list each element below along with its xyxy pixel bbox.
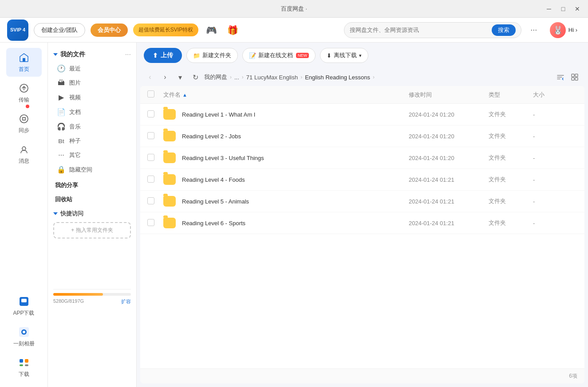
album-icon (18, 326, 30, 338)
nav-refresh-button[interactable]: ↻ (189, 71, 201, 83)
file-type-6: 文件夹 (489, 219, 533, 227)
my-share-link[interactable]: 我的分享 (48, 177, 136, 191)
row-checkbox-6[interactable] (147, 219, 154, 226)
breadcrumb-parent1[interactable]: 71 LucyMax English (246, 74, 298, 81)
documents-icon: 📄 (57, 108, 66, 116)
table-row[interactable]: Reading Level 5 - Animals 2024-01-24 01:… (140, 191, 584, 212)
folder-icon-3 (163, 152, 176, 163)
create-team-button[interactable]: 创建企业/团队 (34, 23, 85, 37)
sidebar-pictures[interactable]: 🏔 图片 (48, 76, 136, 90)
header-name[interactable]: 文件名 ▲ (163, 91, 409, 99)
message-icon (18, 143, 30, 156)
sidebar-transfer-label: 传输 (19, 96, 29, 104)
file-name-5: Reading Level 5 - Animals (182, 198, 409, 205)
vip-center-button[interactable]: 会员中心 (91, 23, 128, 37)
restore-button[interactable]: □ (558, 4, 568, 14)
select-all-checkbox[interactable] (147, 90, 154, 98)
sidebar-tools-label: 下载 (19, 371, 29, 378)
nav-forward-button[interactable]: › (159, 71, 171, 83)
game-icon[interactable]: 🎮 (204, 22, 220, 38)
gift-icon[interactable]: 🎁 (225, 22, 241, 38)
breadcrumb-my-disk[interactable]: 我的网盘 (204, 73, 227, 81)
sidebar-item-home[interactable]: 首页 (6, 48, 42, 77)
sidebar-recent[interactable]: 🕐 最近 (48, 61, 136, 76)
sidebar-item-app-download[interactable]: APP下载 (6, 292, 42, 321)
sidebar-hidden-space[interactable]: 🔒 隐藏空间 (48, 162, 136, 177)
table-row[interactable]: Reading Level 4 - Foods 2024-01-24 01:21… (140, 169, 584, 191)
row-checkbox-4[interactable] (147, 176, 154, 183)
nav-back-button[interactable]: ‹ (144, 71, 156, 83)
file-size-2: - (533, 133, 577, 140)
file-type-4: 文件夹 (489, 176, 533, 184)
offline-icon: ⬇ (327, 52, 331, 59)
offline-arrow-icon: ▾ (359, 53, 362, 59)
svip-button[interactable]: 超值续费延长SVIP特权 (133, 23, 198, 36)
sync-icon (18, 113, 30, 125)
row-checkbox-2[interactable] (147, 132, 154, 139)
nav-dropdown-button[interactable]: ▾ (174, 71, 186, 83)
minimize-button[interactable]: ─ (544, 4, 554, 14)
sidebar-torrent[interactable]: Bt 种子 (48, 134, 136, 148)
new-doc-label: 新建在线文档 (258, 51, 293, 59)
main-window: SVIP 4 创建企业/团队 会员中心 超值续费延长SVIP特权 🎮 🎁 搜索 … (0, 18, 588, 387)
svg-rect-10 (25, 359, 28, 363)
svg-point-8 (23, 331, 25, 333)
grid-view-button[interactable] (568, 71, 581, 83)
table-row[interactable]: Reading Level 3 - Useful Things 2024-01-… (140, 147, 584, 169)
sidebar-music[interactable]: 🎧 音乐 (48, 119, 136, 134)
sort-view-button[interactable] (554, 71, 567, 83)
quick-add-button[interactable]: + 拖入常用文件夹 (53, 222, 131, 238)
trash-link[interactable]: 回收站 (48, 191, 136, 205)
breadcrumb-ellipsis[interactable]: ... (234, 74, 239, 81)
file-type-1: 文件夹 (489, 110, 533, 118)
title-bar-controls: ─ □ ✕ (544, 4, 583, 14)
sidebar-item-album[interactable]: 一刻相册 (6, 322, 42, 351)
my-files-more[interactable]: ··· (125, 51, 131, 59)
table-row[interactable]: Reading Level 6 - Sports 2024-01-24 01:2… (140, 212, 584, 234)
recent-icon: 🕐 (57, 64, 66, 73)
recent-label: 最近 (69, 65, 81, 73)
my-files-header[interactable]: 我的文件 ··· (48, 48, 136, 61)
breadcrumb-sep2: › (242, 74, 244, 80)
sidebar-item-tools[interactable]: 下载 (6, 353, 42, 382)
breadcrumb-current[interactable]: English Reading Lessons (305, 74, 370, 81)
torrent-icon: Bt (57, 138, 66, 145)
sidebar-other[interactable]: ··· 其它 (48, 148, 136, 162)
svg-rect-15 (572, 78, 574, 80)
header: SVIP 4 创建企业/团队 会员中心 超值续费延长SVIP特权 🎮 🎁 搜索 … (0, 18, 588, 43)
sidebar-item-transfer[interactable]: 传输 (6, 78, 42, 107)
file-size-5: - (533, 198, 577, 205)
offline-download-button[interactable]: ⬇ 离线下载 ▾ (320, 48, 368, 63)
folder-icon-4 (163, 174, 176, 185)
new-folder-button[interactable]: 📁 新建文件夹 (186, 48, 238, 63)
close-button[interactable]: ✕ (572, 4, 583, 14)
body-layout: 首页 传输 同步 (0, 43, 588, 387)
app-download-icon (18, 295, 30, 308)
hidden-icon: 🔒 (57, 165, 66, 174)
toolbar: ⬆ 上传 📁 新建文件夹 📝 新建在线文档 NEW ⬇ 离线下载 ▾ (137, 43, 588, 68)
avatar-area[interactable]: 🐰 Hi › (546, 20, 581, 40)
table-row[interactable]: Reading Level 2 - Jobs 2024-01-24 01:20 … (140, 125, 584, 147)
more-button[interactable]: ··· (527, 23, 541, 37)
folder-icon-1 (163, 109, 176, 120)
file-name-col-2: Reading Level 2 - Jobs (163, 131, 409, 141)
sidebar-video[interactable]: ▶ 视频 (48, 90, 136, 105)
file-list-footer: 6项 (140, 368, 584, 383)
upload-button[interactable]: ⬆ 上传 (144, 48, 182, 63)
row-checkbox-3[interactable] (147, 154, 154, 161)
table-row[interactable]: Reading Level 1 - What Am I 2024-01-24 0… (140, 104, 584, 125)
sidebar-item-message[interactable]: 消息 (6, 140, 42, 168)
sidebar-documents[interactable]: 📄 文档 (48, 105, 136, 119)
row-check-3 (147, 154, 163, 162)
expand-storage-button[interactable]: 扩容 (121, 298, 131, 305)
sidebar-item-sync[interactable]: 同步 (6, 109, 42, 138)
storage-usage: 5280G/8197G (53, 298, 84, 305)
new-folder-icon: 📁 (193, 52, 200, 59)
hidden-label: 隐藏空间 (69, 166, 92, 174)
row-checkbox-5[interactable] (147, 197, 154, 204)
search-button[interactable]: 搜索 (492, 24, 516, 36)
new-doc-button[interactable]: 📝 新建在线文档 NEW (242, 48, 316, 63)
row-checkbox-1[interactable] (147, 110, 154, 117)
svg-rect-5 (21, 299, 27, 302)
search-input[interactable] (350, 27, 492, 33)
